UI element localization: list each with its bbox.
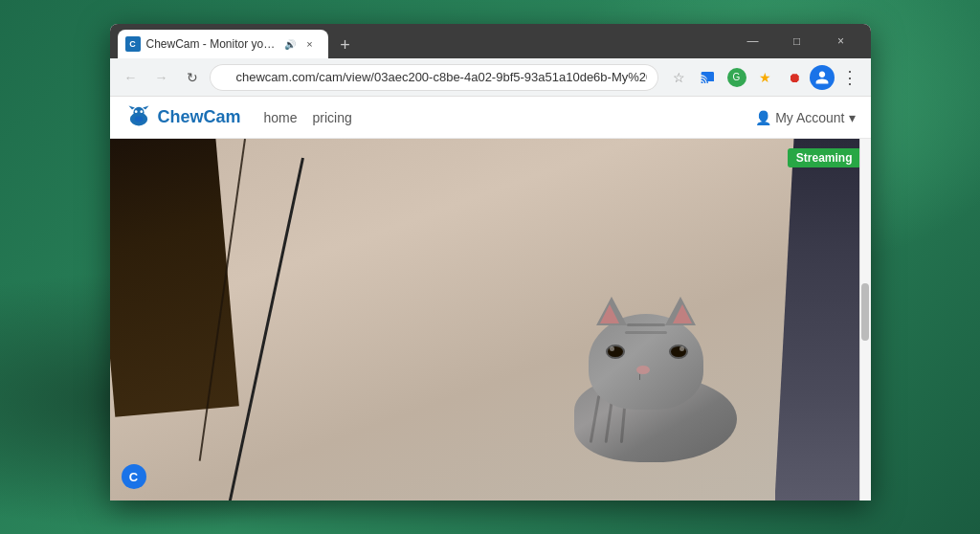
- active-tab[interactable]: C ChewCam - Monitor your p... 🔊 ×: [118, 30, 328, 58]
- streaming-badge: Streaming: [788, 148, 861, 167]
- maximize-button[interactable]: □: [775, 28, 819, 55]
- title-bar: C ChewCam - Monitor your p... 🔊 × + — □ …: [110, 24, 871, 58]
- toolbar-icons: ☆ G ★ ⏺ ⋮: [666, 64, 863, 91]
- svg-point-4: [134, 110, 137, 113]
- chromecast-button[interactable]: [695, 64, 722, 91]
- window-controls: — □ ×: [731, 28, 863, 55]
- close-button[interactable]: ×: [819, 28, 863, 55]
- account-dropdown-arrow: ▾: [849, 110, 856, 125]
- tab-bar: C ChewCam - Monitor your p... 🔊 × +: [118, 24, 727, 58]
- minimize-button[interactable]: —: [731, 28, 775, 55]
- address-input[interactable]: [210, 64, 658, 91]
- account-label: My Account: [775, 110, 844, 125]
- svg-marker-3: [143, 105, 148, 109]
- video-frame: Streaming C: [110, 139, 871, 501]
- address-bar-row: ← → ↻ 🔒 ☆ G ★ ⏺ ⋮: [110, 58, 871, 97]
- video-beam: [110, 139, 239, 417]
- nav-home[interactable]: home: [264, 110, 298, 125]
- browser-window: C ChewCam - Monitor your p... 🔊 × + — □ …: [110, 24, 871, 501]
- site-nav: home pricing: [264, 110, 352, 125]
- address-wrapper: 🔒: [210, 64, 658, 91]
- recording-button[interactable]: ⏺: [781, 64, 808, 91]
- tab-audio-icon[interactable]: 🔊: [284, 39, 296, 50]
- profile-avatar[interactable]: [810, 65, 835, 90]
- logo-icon: [125, 104, 152, 131]
- blue-circle-indicator[interactable]: C: [122, 464, 146, 489]
- tab-title: ChewCam - Monitor your p...: [146, 37, 278, 51]
- svg-marker-2: [128, 105, 134, 109]
- back-button[interactable]: ←: [118, 64, 145, 91]
- scrollbar-track: [859, 139, 871, 501]
- svg-point-6: [134, 116, 142, 122]
- page-content: ChewCam home pricing 👤 My Account ▾: [110, 97, 871, 501]
- tab-close-button[interactable]: ×: [301, 35, 319, 53]
- bookmark-star-button[interactable]: ☆: [666, 64, 693, 91]
- scrollbar-thumb[interactable]: [861, 283, 869, 341]
- video-cat: [565, 309, 756, 462]
- new-tab-button[interactable]: +: [332, 32, 359, 58]
- logo-area[interactable]: ChewCam: [125, 104, 241, 131]
- svg-point-5: [140, 110, 143, 113]
- forward-button[interactable]: →: [148, 64, 175, 91]
- site-header: ChewCam home pricing 👤 My Account ▾: [110, 97, 871, 139]
- bookmark-yellow-button[interactable]: ★: [752, 64, 779, 91]
- menu-dots-button[interactable]: ⋮: [836, 64, 863, 91]
- logo-text: ChewCam: [158, 107, 241, 127]
- video-area: Streaming C: [110, 139, 871, 501]
- nav-pricing[interactable]: pricing: [313, 110, 352, 125]
- extension-green-button[interactable]: G: [724, 64, 750, 91]
- my-account-button[interactable]: 👤 My Account ▾: [755, 110, 855, 125]
- refresh-button[interactable]: ↻: [179, 64, 206, 91]
- account-icon: 👤: [755, 110, 771, 125]
- tab-favicon: C: [125, 36, 141, 52]
